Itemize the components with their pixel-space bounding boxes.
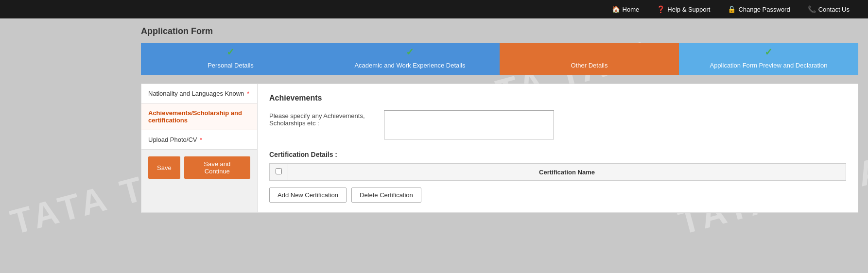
save-continue-button[interactable]: Save and Continue (184, 156, 250, 179)
home-icon: 🏠 (612, 5, 620, 13)
change-password-nav-item[interactable]: 🔒 Change Password (719, 0, 799, 18)
sidebar-item-upload[interactable]: Upload Photo/CV * (141, 130, 257, 150)
nationality-label: Nationality and Languages Known (148, 90, 244, 97)
achievements-field-input (384, 110, 554, 141)
upload-required-star: * (200, 136, 202, 143)
nationality-required-star: * (247, 90, 249, 97)
help-icon: ❓ (657, 5, 665, 13)
step2-checkmark: ✓ (406, 46, 414, 58)
main-content: Application Form ✓ Personal Details ✓ Ac… (131, 18, 868, 273)
contact-nav-item[interactable]: 📞 Contact Us (799, 0, 858, 18)
step1-label: Personal Details (203, 62, 259, 70)
top-navigation: 🏠 Home ❓ Help & Support 🔒 Change Passwor… (0, 0, 868, 18)
cert-buttons-container: Add New Certification Delete Certificati… (269, 188, 846, 203)
achievements-section-title: Achievements (269, 94, 846, 102)
delete-certification-button[interactable]: Delete Certification (351, 188, 421, 203)
steps-container: ✓ Personal Details ✓ Academic and Work E… (141, 43, 858, 75)
left-sidebar-menu: Nationality and Languages Known * Achiev… (141, 84, 258, 213)
save-button[interactable]: Save (148, 156, 180, 179)
right-content-panel: Achievements Please specify any Achievem… (258, 84, 858, 213)
page-title: Application Form (141, 26, 858, 36)
home-label: Home (623, 6, 640, 13)
achievements-field-row: Please specify any Achievements, Scholar… (269, 110, 846, 141)
cert-table-header-name: Certification Name (288, 164, 846, 181)
step-tab-preview[interactable]: ✓ Application Form Preview and Declarati… (679, 43, 858, 75)
home-nav-item[interactable]: 🏠 Home (603, 0, 648, 18)
step-tab-other[interactable]: Other Details (500, 43, 679, 75)
achievements-field-label: Please specify any Achievements, Scholar… (269, 110, 376, 127)
achievements-label: Achievements/Scholarship and certificati… (148, 109, 242, 124)
contact-label: Contact Us (818, 6, 850, 13)
step1-checkmark: ✓ (226, 46, 235, 58)
help-nav-item[interactable]: ❓ Help & Support (648, 0, 719, 18)
cert-select-all-checkbox[interactable] (276, 168, 282, 174)
certification-table: Certification Name (269, 163, 846, 181)
form-area: Nationality and Languages Known * Achiev… (141, 84, 858, 213)
action-buttons-container: Save Save and Continue (141, 150, 257, 186)
sidebar-item-nationality[interactable]: Nationality and Languages Known * (141, 84, 257, 103)
step-tab-academic[interactable]: ✓ Academic and Work Experience Details (320, 43, 500, 75)
upload-label: Upload Photo/CV (148, 136, 197, 143)
lock-icon: 🔒 (728, 5, 736, 13)
phone-icon: 📞 (808, 5, 816, 13)
change-password-label: Change Password (738, 6, 790, 13)
step2-label: Academic and Work Experience Details (349, 62, 470, 70)
step-tab-personal[interactable]: ✓ Personal Details (141, 43, 320, 75)
achievements-textarea[interactable] (384, 110, 554, 139)
help-label: Help & Support (667, 6, 710, 13)
step4-label: Application Form Preview and Declaration (705, 62, 832, 70)
cert-section-title: Certification Details : (269, 151, 846, 158)
step3-label: Other Details (566, 62, 613, 70)
add-certification-button[interactable]: Add New Certification (269, 188, 347, 203)
sidebar-item-achievements[interactable]: Achievements/Scholarship and certificati… (141, 103, 257, 130)
step4-checkmark: ✓ (764, 46, 773, 58)
cert-table-header-checkbox (270, 164, 288, 181)
